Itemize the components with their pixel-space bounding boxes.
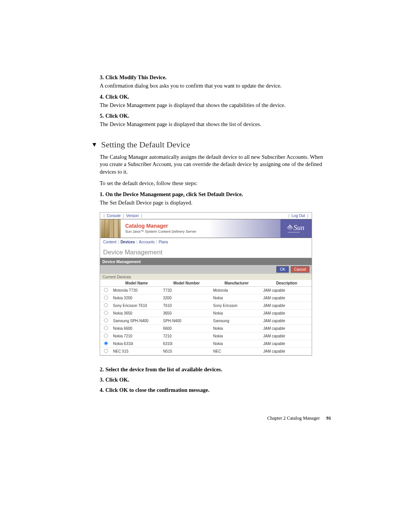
nav-devices[interactable]: Devices (121, 240, 135, 244)
step-label: On the Device Management page, click Set… (105, 191, 243, 198)
table-row: Nokia 72107210NokiaJAM capable (100, 332, 312, 340)
cancel-button[interactable]: Cancel (291, 266, 309, 273)
step-label: Click OK. (105, 94, 129, 100)
cell-model-name: Sony Ericsson T610 (112, 302, 162, 309)
brand-text: Sun (293, 224, 304, 232)
step: 1.On the Device Management page, click S… (100, 191, 331, 207)
step-number: 4. (100, 94, 104, 100)
device-radio[interactable] (104, 334, 108, 337)
device-radio[interactable] (104, 326, 108, 330)
device-radio[interactable] (104, 341, 108, 345)
footer-chapter: Chapter 2 Catalog Manager (267, 415, 320, 421)
device-radio[interactable] (104, 296, 108, 299)
step-label: Click OK. (105, 377, 129, 383)
cell-model-number: 7210 (162, 332, 212, 340)
cell-model-name: Nokia 3200 (112, 294, 162, 302)
triangle-down-icon: ▼ (91, 141, 97, 148)
cell-model-name: NEC 515 (112, 347, 162, 355)
cell-manufacturer: Sony Ericsson (212, 302, 262, 309)
logout-link[interactable]: Log Out (292, 214, 305, 218)
step-number: 1. (100, 191, 104, 198)
cell-manufacturer: NEC (212, 347, 262, 355)
cell-manufacturer: Motorola (212, 286, 262, 294)
page-title: Device Management (100, 246, 312, 257)
step: 4.Click OK.The Device Management page is… (100, 94, 331, 109)
button-row: OK Cancel (100, 265, 312, 274)
section-lead: To set the default device, follow these … (100, 180, 331, 187)
cell-manufacturer: Nokia (212, 324, 262, 332)
current-devices-label: Current Devices (100, 274, 312, 280)
cell-model-name: Nokia 7210 (112, 332, 162, 340)
table-row: Nokia 6310i6310iNokiaJAM capable (100, 340, 312, 347)
cell-description: JAM capable (262, 286, 312, 294)
nav: Content| Devices| Accounts| Plans (100, 238, 312, 246)
col-description: Description (262, 280, 312, 287)
ok-button[interactable]: OK (276, 266, 288, 273)
table-row: Sony Ericsson T610T610Sony EricssonJAM c… (100, 302, 312, 309)
nav-plans[interactable]: Plans (159, 240, 168, 244)
device-radio[interactable] (104, 288, 108, 292)
version-link[interactable]: Version (126, 214, 139, 218)
step: 2.Select the device from the list of ava… (100, 366, 331, 373)
section-heading: ▼ Setting the Default Device (91, 140, 331, 150)
cell-manufacturer: Nokia (212, 340, 262, 347)
cell-manufacturer: Nokia (212, 309, 262, 317)
cell-model-name: Nokia 6600 (112, 324, 162, 332)
step: 4.Click OK to close the confirmation mes… (100, 387, 331, 393)
table-row: Nokia 32003200NokiaJAM capable (100, 294, 312, 302)
step: 3.Click OK. (100, 377, 331, 383)
table-row: NEC 515N515NECJAM capable (100, 347, 312, 355)
cell-manufacturer: Nokia (212, 294, 262, 302)
cell-model-name: Samsung SPH-N400 (112, 317, 162, 324)
step-number: 5. (100, 113, 104, 119)
col-manufacturer: Manufacturer (212, 280, 262, 287)
cell-model-name: Nokia 3650 (112, 309, 162, 317)
step-body: A confirmation dialog box asks you to co… (100, 82, 331, 90)
cell-description: JAM capable (262, 347, 312, 355)
step-number: 3. (100, 377, 104, 383)
step-label: Select the device from the list of avail… (105, 366, 222, 373)
cell-model-name: Nokia 6310i (112, 340, 162, 347)
cell-manufacturer: Nokia (212, 332, 262, 340)
device-radio[interactable] (104, 311, 108, 315)
step-body: The Device Management page is displayed … (100, 121, 331, 128)
table-row: Motorola T720T720MotorolaJAM capable (100, 286, 312, 294)
cell-description: JAM capable (262, 294, 312, 302)
cell-description: JAM capable (262, 340, 312, 347)
col-model-number: Model Number (162, 280, 212, 287)
step-body: The Set Default Device page is displayed… (100, 199, 331, 207)
cell-model-name: Motorola T720 (112, 286, 162, 294)
cell-description: JAM capable (262, 317, 312, 324)
panel-header: Device Management (100, 258, 312, 265)
cell-model-number: SPH-N400 (162, 317, 212, 324)
banner: Catalog Manager Sun Java™ System Content… (100, 219, 312, 238)
device-radio[interactable] (104, 318, 108, 322)
step: 3.Click Modify This Device.A confirmatio… (100, 74, 331, 90)
cell-model-number: T720 (162, 286, 212, 294)
table-row: Samsung SPH-N400SPH-N400SamsungJAM capab… (100, 317, 312, 324)
banner-thumbnail-icon (100, 219, 121, 238)
cell-description: JAM capable (262, 302, 312, 309)
set-default-device-screenshot: | Console | Version | | Log Out | Catalo… (100, 212, 312, 356)
topbar: | Console | Version | | Log Out | (100, 212, 312, 219)
devices-table: Model Name Model Number Manufacturer Des… (100, 280, 312, 355)
footer-page-number: 91 (327, 415, 331, 421)
cell-model-number: 3200 (162, 294, 212, 302)
step-label: Click Modify This Device. (105, 74, 167, 81)
step-label: Click OK to close the confirmation messa… (105, 387, 209, 393)
step-body: The Device Management page is displayed … (100, 102, 331, 109)
cell-model-number: 6600 (162, 324, 212, 332)
nav-content[interactable]: Content (103, 240, 116, 244)
cell-description: JAM capable (262, 324, 312, 332)
console-link[interactable]: Console (107, 214, 121, 218)
page-footer: Chapter 2 Catalog Manager 91 (100, 415, 331, 421)
step-number: 3. (100, 74, 104, 81)
device-radio[interactable] (104, 303, 108, 307)
device-radio[interactable] (104, 349, 108, 353)
cell-description: JAM capable (262, 332, 312, 340)
nav-accounts[interactable]: Accounts (139, 240, 155, 244)
table-row: Nokia 66006600NokiaJAM capable (100, 324, 312, 332)
banner-subtitle: Sun Java™ System Content Delivery Server (125, 229, 280, 233)
section-title: Setting the Default Device (101, 140, 190, 150)
cell-manufacturer: Samsung (212, 317, 262, 324)
